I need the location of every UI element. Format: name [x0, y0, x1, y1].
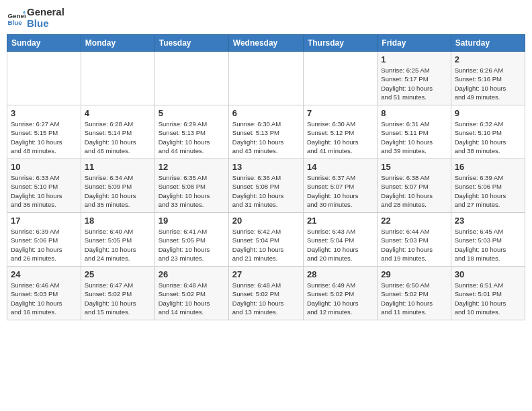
calendar-cell: 19Sunrise: 6:41 AM Sunset: 5:05 PM Dayli…: [154, 213, 228, 267]
day-info: Sunrise: 6:41 AM Sunset: 5:05 PM Dayligh…: [159, 227, 225, 263]
day-info: Sunrise: 6:39 AM Sunset: 5:06 PM Dayligh…: [455, 173, 521, 209]
day-info: Sunrise: 6:44 AM Sunset: 5:03 PM Dayligh…: [381, 227, 447, 263]
day-number: 6: [232, 108, 300, 118]
day-number: 26: [159, 269, 225, 279]
calendar-cell: 1Sunrise: 6:25 AM Sunset: 5:17 PM Daylig…: [378, 52, 451, 105]
day-number: 30: [455, 269, 521, 279]
day-info: Sunrise: 6:38 AM Sunset: 5:07 PM Dayligh…: [381, 173, 447, 209]
calendar-cell: [154, 52, 228, 105]
day-number: 24: [11, 269, 77, 279]
day-number: 3: [11, 108, 77, 118]
day-info: Sunrise: 6:40 AM Sunset: 5:05 PM Dayligh…: [85, 227, 151, 263]
day-info: Sunrise: 6:48 AM Sunset: 5:02 PM Dayligh…: [159, 281, 225, 316]
day-number: 9: [455, 108, 521, 118]
day-info: Sunrise: 6:29 AM Sunset: 5:13 PM Dayligh…: [159, 120, 225, 155]
calendar-week-4: 17Sunrise: 6:39 AM Sunset: 5:06 PM Dayli…: [7, 213, 525, 267]
calendar-cell: 5Sunrise: 6:29 AM Sunset: 5:13 PM Daylig…: [154, 105, 228, 159]
calendar-cell: 30Sunrise: 6:51 AM Sunset: 5:01 PM Dayli…: [451, 267, 525, 320]
calendar-cell: 17Sunrise: 6:39 AM Sunset: 5:06 PM Dayli…: [7, 213, 81, 267]
calendar-cell: 21Sunrise: 6:43 AM Sunset: 5:04 PM Dayli…: [303, 213, 377, 267]
day-info: Sunrise: 6:34 AM Sunset: 5:09 PM Dayligh…: [85, 173, 151, 209]
day-info: Sunrise: 6:43 AM Sunset: 5:04 PM Dayligh…: [307, 227, 373, 263]
weekday-header-wednesday: Wednesday: [228, 35, 303, 52]
day-info: Sunrise: 6:39 AM Sunset: 5:06 PM Dayligh…: [11, 227, 77, 263]
calendar-cell: 20Sunrise: 6:42 AM Sunset: 5:04 PM Dayli…: [228, 213, 303, 267]
calendar-cell: 15Sunrise: 6:38 AM Sunset: 5:07 PM Dayli…: [378, 159, 451, 213]
logo-text-blue: Blue: [27, 18, 64, 30]
day-number: 20: [232, 216, 300, 226]
day-info: Sunrise: 6:42 AM Sunset: 5:04 PM Dayligh…: [232, 227, 300, 263]
day-info: Sunrise: 6:50 AM Sunset: 5:02 PM Dayligh…: [381, 281, 447, 316]
day-info: Sunrise: 6:51 AM Sunset: 5:01 PM Dayligh…: [455, 281, 521, 316]
day-number: 23: [455, 216, 521, 226]
day-info: Sunrise: 6:49 AM Sunset: 5:02 PM Dayligh…: [307, 281, 373, 316]
calendar-week-2: 3Sunrise: 6:27 AM Sunset: 5:15 PM Daylig…: [7, 105, 525, 159]
calendar-week-5: 24Sunrise: 6:46 AM Sunset: 5:03 PM Dayli…: [7, 267, 525, 320]
day-info: Sunrise: 6:25 AM Sunset: 5:17 PM Dayligh…: [381, 66, 447, 101]
logo-text-general: General: [27, 7, 64, 18]
day-number: 28: [307, 269, 373, 279]
calendar-cell: [81, 52, 154, 105]
calendar-cell: 23Sunrise: 6:45 AM Sunset: 5:03 PM Dayli…: [451, 213, 525, 267]
day-number: 5: [159, 108, 225, 118]
calendar-cell: [303, 52, 377, 105]
day-number: 25: [85, 269, 151, 279]
day-number: 8: [381, 108, 447, 118]
calendar-cell: 8Sunrise: 6:31 AM Sunset: 5:11 PM Daylig…: [378, 105, 451, 159]
calendar-cell: 18Sunrise: 6:40 AM Sunset: 5:05 PM Dayli…: [81, 213, 154, 267]
day-number: 17: [11, 216, 77, 226]
logo-icon: General Blue: [7, 9, 26, 28]
calendar-cell: 26Sunrise: 6:48 AM Sunset: 5:02 PM Dayli…: [154, 267, 228, 320]
calendar-cell: 4Sunrise: 6:28 AM Sunset: 5:14 PM Daylig…: [81, 105, 154, 159]
day-number: 22: [381, 216, 447, 226]
page-header: General Blue General Blue: [7, 7, 525, 29]
calendar-week-1: 1Sunrise: 6:25 AM Sunset: 5:17 PM Daylig…: [7, 52, 525, 105]
weekday-header-row: SundayMondayTuesdayWednesdayThursdayFrid…: [7, 35, 525, 52]
day-info: Sunrise: 6:28 AM Sunset: 5:14 PM Dayligh…: [85, 120, 151, 155]
day-number: 11: [85, 162, 151, 172]
weekday-header-tuesday: Tuesday: [154, 35, 228, 52]
day-number: 15: [381, 162, 447, 172]
calendar-cell: [228, 52, 303, 105]
calendar-cell: 28Sunrise: 6:49 AM Sunset: 5:02 PM Dayli…: [303, 267, 377, 320]
weekday-header-friday: Friday: [378, 35, 451, 52]
day-info: Sunrise: 6:46 AM Sunset: 5:03 PM Dayligh…: [11, 281, 77, 316]
calendar-cell: 16Sunrise: 6:39 AM Sunset: 5:06 PM Dayli…: [451, 159, 525, 213]
day-info: Sunrise: 6:48 AM Sunset: 5:02 PM Dayligh…: [232, 281, 300, 316]
day-info: Sunrise: 6:30 AM Sunset: 5:12 PM Dayligh…: [307, 120, 373, 155]
day-info: Sunrise: 6:36 AM Sunset: 5:08 PM Dayligh…: [232, 173, 300, 209]
svg-text:Blue: Blue: [7, 18, 22, 26]
day-info: Sunrise: 6:27 AM Sunset: 5:15 PM Dayligh…: [11, 120, 77, 155]
day-info: Sunrise: 6:26 AM Sunset: 5:16 PM Dayligh…: [455, 66, 521, 101]
day-number: 29: [381, 269, 447, 279]
day-number: 10: [11, 162, 77, 172]
calendar-cell: 25Sunrise: 6:47 AM Sunset: 5:02 PM Dayli…: [81, 267, 154, 320]
calendar-cell: 13Sunrise: 6:36 AM Sunset: 5:08 PM Dayli…: [228, 159, 303, 213]
logo: General Blue General Blue: [7, 7, 64, 29]
calendar-cell: 10Sunrise: 6:33 AM Sunset: 5:10 PM Dayli…: [7, 159, 81, 213]
weekday-header-thursday: Thursday: [303, 35, 377, 52]
calendar-cell: [7, 52, 81, 105]
calendar-cell: 6Sunrise: 6:30 AM Sunset: 5:13 PM Daylig…: [228, 105, 303, 159]
day-number: 2: [455, 54, 521, 64]
calendar-cell: 22Sunrise: 6:44 AM Sunset: 5:03 PM Dayli…: [378, 213, 451, 267]
calendar-cell: 29Sunrise: 6:50 AM Sunset: 5:02 PM Dayli…: [378, 267, 451, 320]
day-number: 19: [159, 216, 225, 226]
calendar-cell: 24Sunrise: 6:46 AM Sunset: 5:03 PM Dayli…: [7, 267, 81, 320]
day-number: 27: [232, 269, 300, 279]
weekday-header-saturday: Saturday: [451, 35, 525, 52]
weekday-header-monday: Monday: [81, 35, 154, 52]
day-number: 21: [307, 216, 373, 226]
calendar-cell: 11Sunrise: 6:34 AM Sunset: 5:09 PM Dayli…: [81, 159, 154, 213]
day-info: Sunrise: 6:31 AM Sunset: 5:11 PM Dayligh…: [381, 120, 447, 155]
calendar-week-3: 10Sunrise: 6:33 AM Sunset: 5:10 PM Dayli…: [7, 159, 525, 213]
calendar-cell: 12Sunrise: 6:35 AM Sunset: 5:08 PM Dayli…: [154, 159, 228, 213]
calendar-table: SundayMondayTuesdayWednesdayThursdayFrid…: [7, 34, 525, 320]
day-number: 14: [307, 162, 373, 172]
weekday-header-sunday: Sunday: [7, 35, 81, 52]
day-number: 13: [232, 162, 300, 172]
calendar-cell: 14Sunrise: 6:37 AM Sunset: 5:07 PM Dayli…: [303, 159, 377, 213]
calendar-cell: 3Sunrise: 6:27 AM Sunset: 5:15 PM Daylig…: [7, 105, 81, 159]
day-info: Sunrise: 6:35 AM Sunset: 5:08 PM Dayligh…: [159, 173, 225, 209]
day-number: 16: [455, 162, 521, 172]
